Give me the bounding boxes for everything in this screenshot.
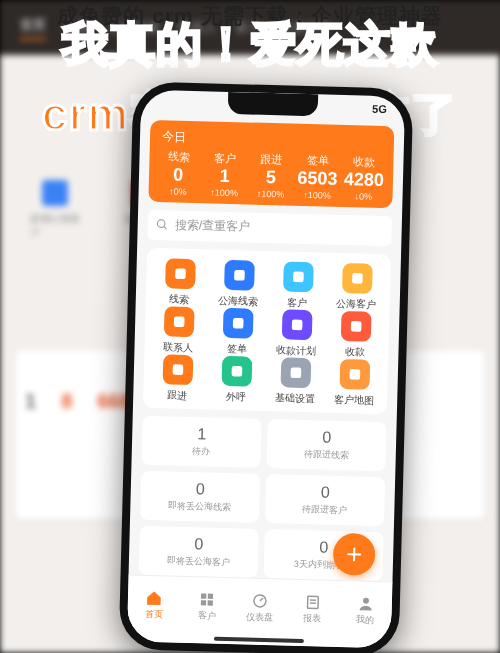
pending-label: 即将丢公海线索 [144, 499, 255, 515]
pending-card[interactable]: 0待跟进线索 [266, 419, 386, 471]
pending-label: 待跟进客户 [269, 502, 380, 518]
callout-icon [221, 356, 252, 387]
pool-customer-icon [342, 263, 373, 294]
svg-line-1 [164, 227, 167, 230]
phone-device: 5G 今日 线索0↑0%客户1↑100%跟进5↑100%签单6503↑100%收… [119, 81, 414, 653]
stat-delta: ↑100% [294, 189, 341, 200]
svg-rect-8 [291, 319, 302, 330]
map-icon [339, 359, 370, 390]
tab-dashboard[interactable]: 仪表盘 [233, 578, 287, 637]
module-label: 收款 [345, 345, 365, 360]
module-label: 收款计划 [276, 343, 316, 358]
svg-rect-11 [231, 366, 242, 377]
module-label: 外呼 [226, 390, 246, 405]
pending-count: 0 [271, 427, 382, 448]
search-icon [156, 218, 169, 231]
module-grid: 线索公海线索客户公海客户联系人签单收款计划收款跟进外呼基础设置客户地图 [143, 248, 391, 414]
phone-notch [228, 92, 319, 116]
pending-count: 1 [146, 424, 257, 445]
stat-value: 4280 [340, 170, 387, 191]
module-payment-plan[interactable]: 收款计划 [266, 309, 326, 359]
module-label: 公海线索 [218, 294, 258, 309]
module-leads[interactable]: 线索 [150, 258, 210, 308]
search-placeholder: 搜索/查重客户 [175, 217, 251, 236]
module-followup[interactable]: 跟进 [147, 354, 207, 404]
svg-rect-18 [201, 600, 206, 605]
stat-label: 线索 [155, 149, 202, 165]
payment-icon [340, 311, 371, 342]
stat-delta: ↑100% [201, 187, 248, 198]
stat-delta: ↑0% [154, 186, 201, 197]
pending-count: 0 [143, 534, 254, 555]
leads-icon [165, 258, 196, 289]
tab-customer[interactable]: 客户 [180, 577, 234, 636]
tab-me[interactable]: 我的 [338, 581, 392, 640]
tab-report-icon [303, 593, 321, 611]
stat-value: 5 [248, 167, 295, 188]
pending-card[interactable]: 0待跟进客户 [265, 474, 385, 526]
pending-card[interactable]: 0即将丢公海客户 [139, 526, 259, 578]
module-payment[interactable]: 收款 [325, 310, 385, 360]
followup-icon [162, 354, 193, 385]
tab-home[interactable]: 首页 [127, 575, 181, 634]
payment-plan-icon [281, 309, 312, 340]
pending-count: 0 [270, 482, 381, 503]
module-settings2[interactable]: 基础设置 [265, 357, 325, 407]
tab-customer-icon [198, 590, 216, 608]
tab-home-icon [145, 589, 163, 607]
module-label: 线索 [169, 292, 189, 307]
pending-label: 即将丢公海客户 [143, 554, 254, 570]
svg-rect-4 [293, 271, 304, 282]
svg-rect-5 [352, 273, 363, 284]
plus-icon [344, 544, 365, 565]
svg-rect-2 [175, 268, 186, 279]
module-contact[interactable]: 联系人 [148, 306, 208, 356]
module-pool-customer[interactable]: 公海客户 [327, 262, 387, 312]
module-callout[interactable]: 外呼 [206, 355, 266, 405]
tab-report[interactable]: 报表 [285, 580, 339, 639]
module-contract[interactable]: 签单 [207, 307, 267, 357]
module-map[interactable]: 客户地图 [324, 358, 384, 408]
pending-card[interactable]: 1待办 [141, 416, 261, 468]
module-customer[interactable]: 客户 [268, 261, 328, 311]
module-label: 跟进 [167, 388, 187, 403]
module-pool-leads[interactable]: 公海线索 [209, 259, 269, 309]
svg-rect-13 [349, 369, 360, 380]
pending-card[interactable]: 0即将丢公海线索 [140, 471, 260, 523]
stat-value: 1 [201, 166, 248, 187]
svg-rect-16 [201, 593, 206, 598]
stat-label: 跟进 [248, 151, 295, 167]
dashboard-stat[interactable]: 签单6503↑100% [294, 153, 342, 201]
pending-label: 待办 [146, 444, 257, 460]
dashboard-day-label: 今日 [156, 128, 388, 151]
mon-shortcut: 新增公海客户 [30, 180, 80, 245]
stat-delta: ↓0% [340, 191, 387, 202]
module-label: 公海客户 [336, 297, 376, 312]
stat-label: 收款 [341, 154, 388, 170]
contract-icon [222, 308, 253, 339]
tab-dashboard-icon [251, 592, 269, 610]
svg-point-24 [362, 598, 368, 604]
tab-label: 首页 [145, 608, 163, 621]
svg-rect-3 [234, 270, 245, 281]
stat-delta: ↑100% [247, 188, 294, 199]
tab-label: 客户 [198, 609, 216, 622]
module-label: 签单 [227, 342, 247, 357]
module-label: 基础设置 [275, 391, 315, 406]
search-input[interactable]: 搜索/查重客户 [147, 210, 392, 246]
settings2-icon [280, 357, 311, 388]
dashboard-stat[interactable]: 跟进5↑100% [247, 151, 295, 199]
svg-rect-6 [173, 316, 184, 327]
module-label: 客户地图 [334, 393, 374, 408]
dashboard-stat[interactable]: 收款4280↓0% [340, 154, 388, 202]
dashboard-stat[interactable]: 线索0↑0% [154, 149, 202, 197]
svg-rect-10 [172, 364, 183, 375]
tab-label: 我的 [356, 613, 374, 626]
tab-label: 仪表盘 [246, 611, 273, 625]
module-label: 联系人 [163, 340, 193, 355]
pending-count: 0 [145, 479, 256, 500]
contact-icon [163, 306, 194, 337]
dashboard-stat[interactable]: 客户1↑100% [201, 150, 249, 198]
pending-label: 待跟进线索 [271, 447, 382, 463]
svg-rect-19 [208, 600, 213, 605]
